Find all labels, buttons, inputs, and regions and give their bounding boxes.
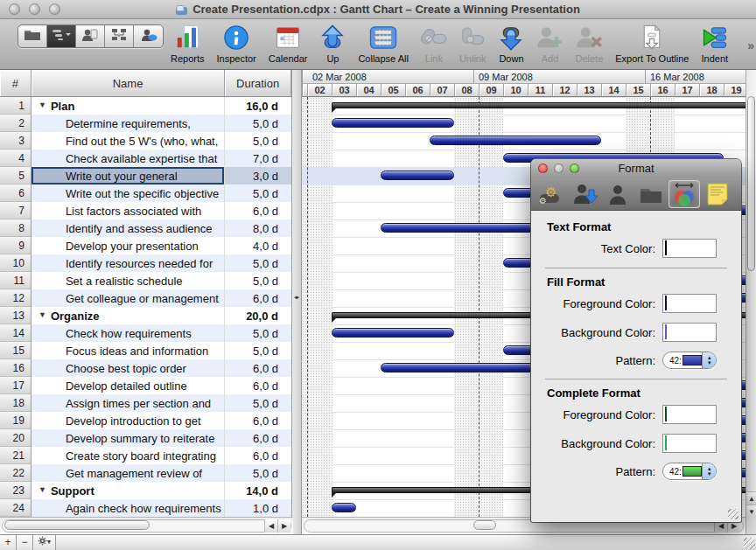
task-duration-cell[interactable]: 5,0 d [225,394,291,412]
row-number-cell[interactable]: 1 [0,97,32,115]
row-number-cell[interactable]: 21 [0,447,32,464]
table-row[interactable]: 13▼Organize20,0 d [0,307,291,324]
row-number-cell[interactable]: 13 [0,307,32,324]
fill-background-color-swatch[interactable] [662,323,717,342]
window-resize-grip[interactable] [744,538,755,549]
task-duration-cell[interactable]: 6,0 d [225,429,291,447]
task-duration-cell[interactable]: 6,0 d [225,359,291,377]
collapse-all-button[interactable]: Collapse All [352,23,414,68]
down-button[interactable]: Down [492,23,530,68]
table-row[interactable]: 23▼Support14,0 d [0,482,291,499]
task-name-cell[interactable]: Develop summary to reiterate [32,429,225,447]
task-duration-cell[interactable]: 8,0 d [225,219,291,237]
row-number-cell[interactable]: 6 [0,184,32,202]
row-number-cell[interactable]: 2 [0,115,32,132]
splitter-handle-icon[interactable]: ◂▸ [294,294,298,301]
task-name-cell[interactable]: Create story board integrating [32,447,225,464]
delete-button[interactable]: Delete [569,23,609,68]
task-duration-cell[interactable]: 5,0 d [225,115,291,132]
table-row[interactable]: 19Develop introduction to get6,0 d [0,412,291,429]
task-name-cell[interactable]: Write out the specific objective [32,184,225,202]
task-usage-view-segment[interactable] [76,25,105,47]
task-duration-cell[interactable]: 6,0 d [225,377,291,394]
table-row[interactable]: 16Choose best topic order6,0 d [0,359,291,377]
task-duration-cell[interactable]: 7,0 d [225,150,291,167]
row-number-cell[interactable]: 15 [0,342,32,359]
row-number-cell[interactable]: 20 [0,429,32,447]
task-duration-cell[interactable]: 5,0 d [225,184,291,202]
row-number-cell[interactable]: 3 [0,132,32,150]
table-row[interactable]: 12Get colleague or management6,0 d [0,289,291,307]
folder-icon[interactable] [635,180,667,208]
task-duration-cell[interactable]: 6,0 d [225,289,291,307]
task-duration-cell[interactable]: 1,0 d [225,499,291,517]
vscroll-thumb[interactable] [747,96,755,271]
add-button[interactable]: Add [530,23,569,68]
task-duration-cell[interactable]: 5,0 d [225,254,291,272]
task-duration-cell[interactable]: 16,0 d [225,97,291,115]
row-number-cell[interactable]: 19 [0,412,32,429]
table-row[interactable]: 21Create story board integrating6,0 d [0,447,291,464]
action-menu-button[interactable]: ▾ [33,535,56,550]
table-row[interactable]: 6Write out the specific objective5,0 d [0,184,291,202]
task-duration-cell[interactable]: 3,0 d [225,167,291,184]
table-row[interactable]: 1▼Plan16,0 d [0,97,291,115]
disclosure-triangle-icon[interactable]: ▼ [38,101,46,109]
task-name-cell[interactable]: Get colleague or management [32,289,225,307]
toolbar-overflow-icon[interactable]: » [747,38,754,52]
task-name-cell[interactable]: Get management review of [32,464,225,482]
task-name-cell[interactable]: ▼Organize [32,307,225,324]
row-number-cell[interactable]: 24 [0,499,32,517]
row-number-cell[interactable]: 16 [0,359,32,377]
gears-icon[interactable]: ⚙⚙ [536,180,567,208]
folder-view-segment[interactable] [18,25,47,47]
table-row[interactable]: 2Determine requirements,5,0 d [0,115,291,132]
row-number-cell[interactable]: 5 [0,167,32,184]
task-name-cell[interactable]: Write out your general [32,167,225,184]
add-task-button[interactable]: + [0,535,17,550]
task-name-cell[interactable]: ▼Plan [32,97,225,115]
indent-button[interactable]: Indent [695,23,734,68]
table-row[interactable]: 22Get management review of5,0 d [0,464,291,482]
disclosure-triangle-icon[interactable]: ▼ [38,310,46,319]
row-number-cell[interactable]: 17 [0,377,32,394]
color-wheel-icon[interactable] [668,180,700,208]
scroll-down-icon[interactable]: ▼ [746,505,756,518]
task-name-cell[interactable]: Choose best topic order [32,359,225,377]
row-number-cell[interactable]: 12 [0,289,32,307]
fill-pattern-stepper[interactable]: 42: ▲▼ [662,352,717,369]
table-row[interactable]: 8Identify and assess audience8,0 d [0,219,291,237]
task-name-cell[interactable]: Identify and assess audience [32,219,225,237]
task-name-cell[interactable]: Find out the 5 W's (who, what, [32,132,225,150]
task-duration-cell[interactable]: 5,0 d [225,324,291,342]
table-row[interactable]: 17Develop detailed outline6,0 d [0,377,291,394]
note-icon[interactable] [702,180,733,208]
row-number-cell[interactable]: 8 [0,219,32,237]
row-number-cell[interactable]: 18 [0,394,32,412]
up-button[interactable]: Up [313,23,352,68]
task-duration-cell[interactable]: 4,0 d [225,237,291,254]
table-row[interactable]: 24Again check how requirements1,0 d [0,499,291,517]
scroll-up-icon[interactable]: ▲ [746,491,756,505]
chart-hscroll-thumb[interactable] [473,520,496,530]
task-duration-cell[interactable]: 5,0 d [225,132,291,150]
fill-foreground-color-swatch[interactable] [662,294,717,313]
table-scroll-left-icon[interactable]: ◀ [264,519,277,533]
task-name-cell[interactable]: Assign times per section and [32,394,225,412]
task-name-cell[interactable]: Develop introduction to get [32,412,225,429]
task-name-cell[interactable]: Check how requirements [32,324,225,342]
row-number-cell[interactable]: 22 [0,464,32,482]
task-duration-cell[interactable]: 6,0 d [225,202,291,219]
table-row[interactable]: 7List factors associated with6,0 d [0,202,291,219]
row-number-cell[interactable]: 11 [0,272,32,289]
table-row[interactable]: 3Find out the 5 W's (who, what,5,0 d [0,132,291,150]
table-row[interactable]: 14Check how requirements5,0 d [0,324,291,342]
task-duration-cell[interactable]: 5,0 d [225,342,291,359]
table-row[interactable]: 5Write out your general3,0 d [0,167,291,184]
row-number-cell[interactable]: 9 [0,237,32,254]
column-header-duration[interactable]: Duration [225,70,291,96]
link-button[interactable]: Link [415,23,453,68]
task-bar[interactable] [332,118,454,128]
task-duration-cell[interactable]: 5,0 d [225,464,291,482]
table-row[interactable]: 9Develop your presentation4,0 d [0,237,291,254]
